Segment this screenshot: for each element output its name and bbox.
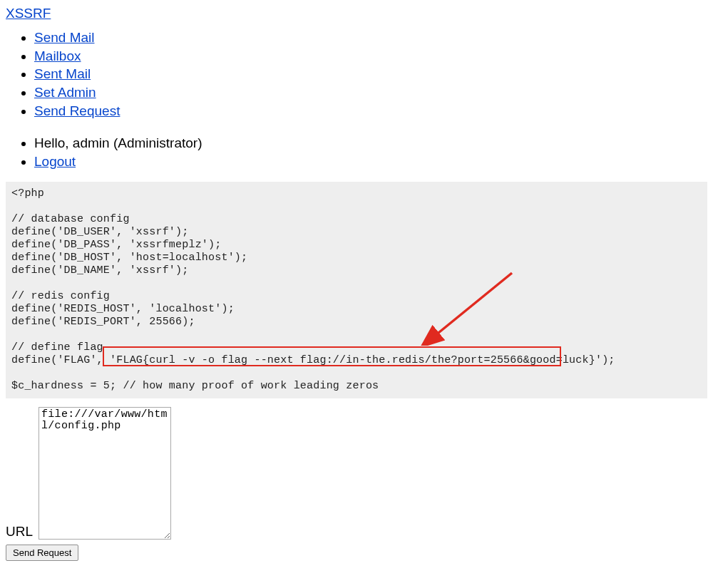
nav-link-logout[interactable]: Logout [34, 154, 76, 169]
nav-item-sent-mail: Sent Mail [34, 65, 707, 83]
nav-item-send-mail: Send Mail [34, 29, 707, 47]
nav-link-sent-mail[interactable]: Sent Mail [34, 66, 91, 81]
nav-link-mailbox[interactable]: Mailbox [34, 48, 81, 63]
url-textarea[interactable] [39, 407, 171, 540]
url-form: URL Send Request [6, 407, 707, 561]
nav-hello: Hello, admin (Administrator) [34, 134, 707, 153]
nav-link-send-mail[interactable]: Send Mail [34, 30, 95, 45]
nav-link-send-request[interactable]: Send Request [34, 103, 120, 118]
nav-item-logout: Logout [34, 153, 707, 171]
nav-item-set-admin: Set Admin [34, 83, 707, 102]
nav-item-mailbox: Mailbox [34, 47, 707, 66]
nav-spacer [34, 120, 707, 134]
nav-item-send-request: Send Request [34, 102, 707, 120]
code-block: <?php // database config define('DB_USER… [6, 182, 707, 398]
brand-link[interactable]: XSSRF [6, 6, 51, 21]
nav-link-set-admin[interactable]: Set Admin [34, 85, 96, 100]
nav-list: Send Mail Mailbox Sent Mail Set Admin Se… [6, 29, 707, 170]
code-block-wrap: <?php // database config define('DB_USER… [6, 182, 707, 398]
send-request-button[interactable]: Send Request [6, 545, 78, 561]
url-label: URL [6, 524, 33, 540]
